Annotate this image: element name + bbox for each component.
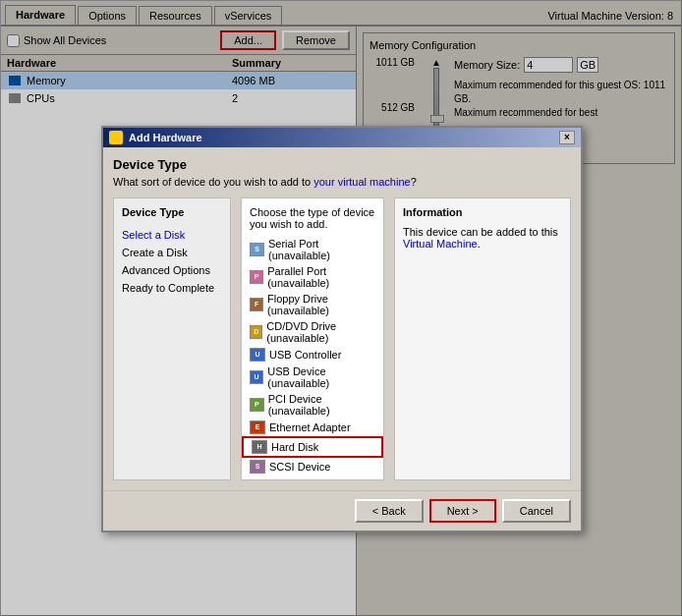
info-panel-text: This device can be added to this Virtual… — [403, 226, 562, 250]
modal-overlay: Add Hardware × Device Type What sort of … — [1, 1, 682, 616]
info-panel-title: Information — [403, 206, 562, 218]
usb-controller-icon: U — [250, 348, 265, 362]
floppy-drive-icon: F — [250, 298, 263, 311]
usb-controller-name: USB Controller — [269, 349, 341, 361]
cddvd-drive-name: CD/DVD Drive (unavailable) — [266, 320, 375, 344]
device-usb-controller[interactable]: U USB Controller — [242, 346, 383, 364]
device-usb-device[interactable]: U USB Device (unavailable) — [242, 364, 383, 391]
cddvd-drive-icon: D — [250, 325, 262, 339]
hard-disk-icon: H — [252, 440, 267, 454]
hard-disk-name: Hard Disk — [271, 441, 318, 453]
modal-body: Device Type What sort of device do you w… — [103, 147, 581, 490]
step-select-disk[interactable]: Select a Disk — [122, 228, 222, 242]
device-type-heading: Device Type — [113, 157, 571, 172]
step-create-disk: Create a Disk — [122, 246, 222, 259]
steps-label: Device Type — [122, 206, 222, 218]
ethernet-adapter-icon: E — [250, 420, 265, 434]
usb-device-icon: U — [250, 370, 263, 384]
device-type-desc: What sort of device do you wish to add t… — [113, 176, 571, 188]
serial-port-icon: S — [250, 243, 264, 256]
device-list-instruction: Choose the type of device you wish to ad… — [242, 202, 383, 236]
cancel-button[interactable]: Cancel — [502, 499, 571, 523]
device-cddvd-drive[interactable]: D CD/DVD Drive (unavailable) — [242, 318, 383, 346]
modal-title-text: Add Hardware — [129, 132, 559, 143]
floppy-drive-name: Floppy Drive (unavailable) — [267, 293, 375, 316]
info-panel: Information This device can be added to … — [394, 197, 571, 480]
back-button[interactable]: < Back — [355, 499, 424, 523]
device-floppy-drive[interactable]: F Floppy Drive (unavailable) — [242, 291, 383, 318]
ethernet-adapter-name: Ethernet Adapter — [269, 421, 351, 433]
add-hardware-modal: Add Hardware × Device Type What sort of … — [101, 126, 583, 532]
device-serial-port[interactable]: S Serial Port (unavailable) — [242, 236, 383, 263]
device-list-panel: Choose the type of device you wish to ad… — [241, 197, 384, 480]
modal-main: Device Type Select a Disk Create a Disk … — [113, 197, 571, 480]
device-scsi-device[interactable]: S SCSI Device — [242, 458, 383, 476]
modal-footer: < Back Next > Cancel — [103, 490, 581, 531]
parallel-port-icon: P — [250, 270, 263, 284]
device-parallel-port[interactable]: P Parallel Port (unavailable) — [242, 263, 383, 291]
scsi-device-name: SCSI Device — [269, 461, 330, 473]
modal-titlebar: Add Hardware × — [103, 128, 581, 147]
modal-title-icon — [109, 131, 123, 144]
usb-device-name: USB Device (unavailable) — [267, 365, 375, 389]
device-pci-device[interactable]: P PCI Device (unavailable) — [242, 391, 383, 419]
scsi-device-icon: S — [250, 460, 265, 474]
next-button[interactable]: Next > — [429, 499, 496, 523]
step-advanced-options: Advanced Options — [122, 263, 222, 277]
pci-device-icon: P — [250, 398, 264, 412]
steps-panel: Device Type Select a Disk Create a Disk … — [113, 197, 231, 480]
device-ethernet-adapter[interactable]: E Ethernet Adapter — [242, 419, 383, 436]
serial-port-name: Serial Port (unavailable) — [268, 238, 375, 261]
parallel-port-name: Parallel Port (unavailable) — [267, 265, 375, 289]
step-ready-complete: Ready to Complete — [122, 281, 222, 295]
modal-close-button[interactable]: × — [559, 131, 575, 144]
device-hard-disk[interactable]: H Hard Disk — [242, 436, 383, 458]
modal-device-header: Device Type What sort of device do you w… — [113, 157, 571, 188]
pci-device-name: PCI Device (unavailable) — [268, 393, 375, 417]
